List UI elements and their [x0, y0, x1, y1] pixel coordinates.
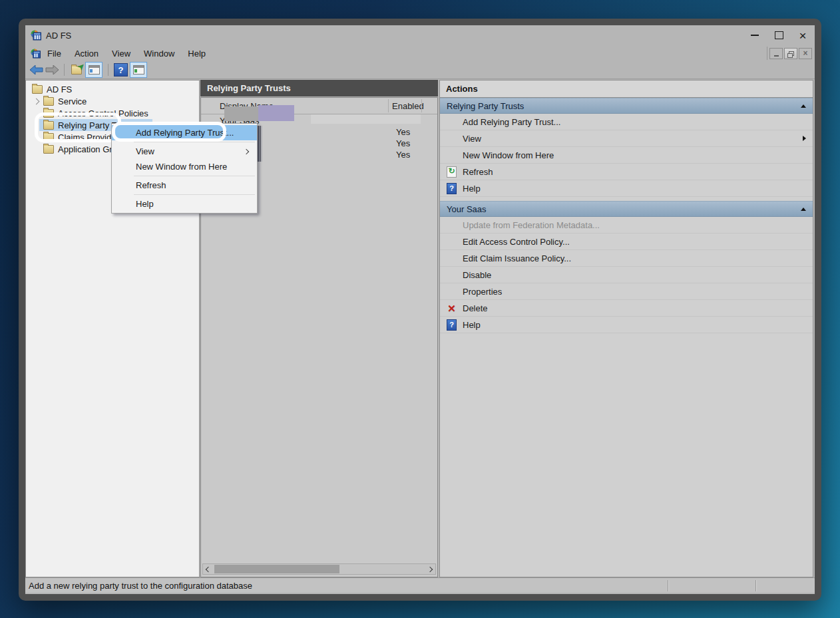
window-title: AD FS [46, 31, 71, 41]
action-disable[interactable]: Disable [440, 267, 813, 283]
child-restore-button[interactable] [784, 48, 797, 59]
child-minimize-icon [774, 55, 779, 57]
context-menu-separator [134, 142, 255, 142]
action-delete[interactable]: ✕ Delete [440, 300, 813, 317]
menu-action[interactable]: Action [68, 47, 105, 61]
tree-item-access-control-policies[interactable]: Access Control Policies [26, 107, 199, 119]
section-title: Relying Party Trusts [447, 101, 524, 111]
window-body: AD FS × File Acti [25, 25, 815, 594]
tree-item-service[interactable]: Service [26, 95, 199, 107]
submenu-chevron-icon [244, 148, 249, 154]
scrollbar-thumb[interactable] [214, 565, 339, 573]
maximize-button[interactable] [767, 25, 791, 45]
expand-chevron-icon[interactable] [33, 98, 40, 104]
context-menu-refresh[interactable]: Refresh [112, 178, 257, 193]
action-help-2[interactable]: ? Help [440, 317, 813, 333]
action-label: Help [463, 320, 481, 330]
help-toolbar-button[interactable]: ? [114, 63, 128, 77]
action-label: Refresh [463, 167, 493, 177]
scroll-left-icon [206, 566, 211, 571]
action-new-window-from-here[interactable]: New Window from Here [440, 147, 813, 164]
context-menu-label: New Window from Here [136, 162, 227, 172]
folder-icon [32, 85, 43, 94]
context-menu-label: Refresh [136, 180, 166, 190]
menu-window[interactable]: Window [137, 47, 181, 61]
action-label: View [463, 134, 481, 144]
forward-icon [45, 65, 59, 75]
refresh-icon: ↻ [447, 166, 457, 178]
action-label: Edit Access Control Policy... [463, 237, 570, 247]
close-button[interactable]: × [791, 25, 815, 45]
statusbar-divider [755, 580, 756, 591]
context-menu-add-relying-party-trust[interactable]: Add Relying Party Trust... [112, 125, 257, 140]
collapse-icon[interactable] [801, 104, 806, 108]
tree-item-adfs[interactable]: AD FS [26, 83, 199, 95]
column-divider[interactable] [388, 99, 389, 112]
export-button[interactable]: ➤ [70, 64, 83, 76]
status-text: Add a new relying party trust to the con… [29, 581, 252, 591]
scrollbar-track[interactable] [214, 564, 425, 574]
action-label: Properties [463, 287, 502, 297]
submenu-arrow-icon [803, 136, 806, 141]
action-label: Delete [463, 303, 488, 313]
back-button[interactable] [30, 65, 43, 75]
context-menu-separator [134, 176, 255, 176]
action-help[interactable]: ? Help [440, 180, 813, 197]
menu-help[interactable]: Help [181, 47, 212, 61]
action-label: New Window from Here [463, 150, 554, 160]
row-enabled[interactable]: Yes [396, 127, 410, 137]
statusbar-divider [668, 580, 668, 591]
folder-icon [43, 97, 54, 106]
tree-item-label: Access Control Policies [58, 108, 148, 118]
actions-section-your-saas[interactable]: Your Saas [440, 201, 813, 217]
context-menu-label: Help [136, 199, 154, 209]
menu-view[interactable]: View [105, 47, 137, 61]
row-enabled[interactable]: Yes [396, 150, 410, 160]
minimize-button[interactable] [743, 25, 767, 45]
mmc-icon-small [31, 49, 41, 59]
action-add-relying-party-trust[interactable]: Add Relying Party Trust... [440, 114, 813, 130]
context-menu-view[interactable]: View [112, 144, 257, 159]
child-window-controls: × [767, 47, 814, 60]
show-action-pane-button[interactable] [130, 62, 147, 78]
action-view[interactable]: View [440, 130, 813, 147]
action-edit-claim-issuance-policy[interactable]: Edit Claim Issuance Policy... [440, 250, 813, 267]
folder-icon [43, 109, 54, 118]
actions-section-relying-party-trusts[interactable]: Relying Party Trusts [440, 98, 813, 114]
show-action-pane-icon [133, 65, 144, 75]
desktop: AD FS × File Acti [0, 0, 840, 618]
maximize-icon [775, 31, 783, 39]
help-icon: ? [114, 63, 128, 77]
context-menu-help[interactable]: Help [112, 196, 257, 212]
child-close-button[interactable]: × [799, 48, 812, 59]
forward-button[interactable] [45, 65, 59, 75]
redaction-purple [258, 105, 294, 121]
action-edit-access-control-policy[interactable]: Edit Access Control Policy... [440, 233, 813, 250]
tree-item-label: Service [58, 96, 87, 106]
close-icon: × [799, 29, 806, 42]
action-label: Add Relying Party Trust... [463, 117, 560, 127]
column-header-enabled[interactable]: Enabled [392, 101, 424, 111]
menu-file[interactable]: File [41, 47, 68, 61]
section-title: Your Saas [447, 204, 487, 214]
horizontal-scrollbar[interactable] [202, 563, 436, 575]
collapse-icon[interactable] [801, 208, 806, 211]
menubar: File Action View Window Help × [25, 45, 815, 61]
context-menu-label: Add Relying Party Trust... [136, 128, 234, 138]
context-menu-new-window-from-here[interactable]: New Window from Here [112, 159, 257, 174]
row-enabled[interactable]: Yes [396, 138, 410, 148]
child-minimize-button[interactable] [769, 48, 783, 59]
column-divider[interactable] [421, 99, 422, 112]
context-menu-label: View [136, 146, 154, 156]
show-console-tree-button[interactable] [85, 62, 103, 78]
scroll-right-button[interactable] [425, 564, 435, 574]
adfs-window: AD FS × File Acti [19, 19, 821, 601]
toolbar: ➤ ? [25, 61, 815, 79]
minimize-icon [751, 35, 759, 36]
action-refresh[interactable]: ↻ Refresh [440, 164, 813, 180]
scroll-left-button[interactable] [203, 564, 214, 574]
statusbar: Add a new relying party trust to the con… [25, 577, 815, 593]
results-pane-title: Relying Party Trusts [200, 80, 438, 96]
delete-icon: ✕ [447, 303, 456, 313]
action-properties[interactable]: Properties [440, 283, 813, 300]
